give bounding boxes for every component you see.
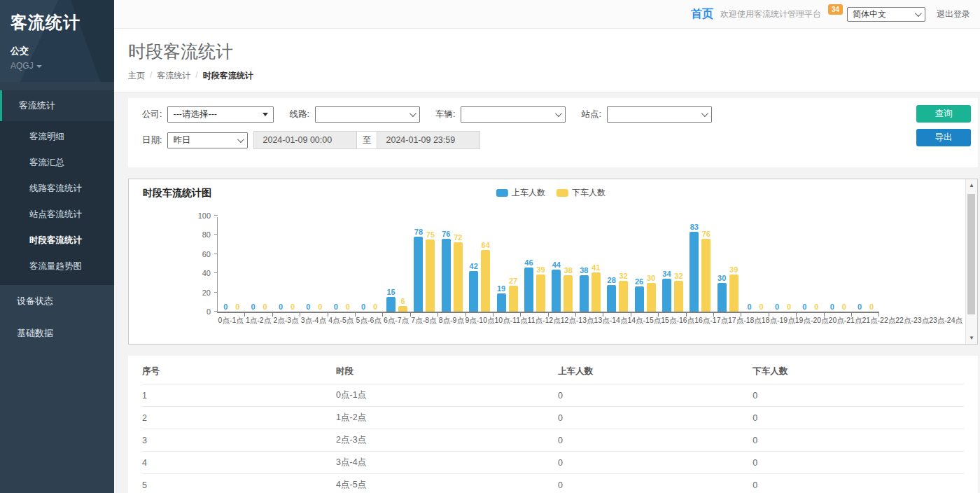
table-row: 54点-5点00 xyxy=(142,474,964,493)
y-axis-tick-label: 20 xyxy=(202,289,211,297)
page-title: 时段客流统计 xyxy=(128,40,980,63)
x-axis-category-label: 11点-12点 xyxy=(528,316,561,326)
bar-group: 00 xyxy=(245,216,272,312)
bar-value-label: 0 xyxy=(223,303,227,311)
x-axis-category-label: 18点-19点 xyxy=(762,316,795,326)
account-dropdown[interactable]: AQGJ xyxy=(10,61,104,71)
org-name: 公交 xyxy=(10,45,104,57)
bar: 78 xyxy=(414,237,423,312)
account-name: AQGJ xyxy=(10,61,34,71)
breadcrumb-passenger-stats[interactable]: 客流统计 xyxy=(157,70,190,82)
bar-group: 1927 xyxy=(493,216,521,312)
export-button[interactable]: 导出 xyxy=(916,129,971,146)
chart-x-axis-labels: 0点-1点1点-2点2点-3点3点-4点4点-5点5点-6点6点-7点7点-8点… xyxy=(217,316,879,326)
legend-label-alighting: 下车人数 xyxy=(572,187,606,199)
date-range-select[interactable]: 昨日 xyxy=(167,132,248,148)
table-cell: 5 xyxy=(142,474,336,493)
table-cell: 0 xyxy=(558,407,752,429)
x-axis-category-label: 13点-14点 xyxy=(594,316,628,326)
table-cell: 4点-5点 xyxy=(336,474,558,493)
bar-group: 4639 xyxy=(521,216,548,312)
sidebar-item-device-status[interactable]: 设备状态 xyxy=(0,285,114,317)
x-axis-category-label: 6点-7点 xyxy=(382,316,410,326)
sidebar: 客流统计 公交 AQGJ 客流统计 客流明细客流汇总线路客流统计站点客流统计时段… xyxy=(0,0,114,493)
bar: 38 xyxy=(564,275,573,312)
station-select[interactable] xyxy=(607,106,712,123)
x-axis-category-label: 22点-23点 xyxy=(895,316,929,326)
logout-link[interactable]: 退出登录 xyxy=(937,8,970,20)
breadcrumb-home[interactable]: 主页 xyxy=(128,70,145,82)
legend-alighting[interactable]: 下车人数 xyxy=(556,187,606,199)
query-button[interactable]: 查询 xyxy=(916,105,971,123)
x-axis-category-label: 19点-20点 xyxy=(795,316,829,326)
bar: 46 xyxy=(524,268,533,312)
bar-group: 00 xyxy=(356,216,383,312)
bar: 72 xyxy=(454,242,463,312)
breadcrumb-separator: / xyxy=(150,70,152,82)
line-select[interactable] xyxy=(315,106,420,123)
table-cell: 2点-3点 xyxy=(336,429,558,452)
welcome-text: 欢迎使用客流统计管理平台 xyxy=(720,8,821,20)
date-start-input[interactable]: 2024-01-09 00:00 xyxy=(253,131,357,149)
company-select[interactable]: ---请选择--- xyxy=(167,106,274,123)
x-axis-category-label: 12点-13点 xyxy=(561,316,594,326)
bar-value-label: 0 xyxy=(318,303,322,311)
action-buttons: 查询 导出 xyxy=(916,105,971,146)
legend-swatch-boarding xyxy=(496,189,508,197)
bar-value-label: 0 xyxy=(251,303,255,311)
vehicle-label: 车辆: xyxy=(435,109,455,120)
bar-value-label: 75 xyxy=(426,230,435,239)
bar-group: 3039 xyxy=(714,216,741,312)
data-table-panel: 序号 时段 上车人数 下车人数 10点-1点0021点-2点0032点-3点00… xyxy=(128,356,978,493)
sidebar-subitem[interactable]: 客流汇总 xyxy=(0,150,114,176)
bar-value-label: 39 xyxy=(536,265,545,274)
date-end-input[interactable]: 2024-01-09 23:59 xyxy=(377,131,480,149)
sidebar-subitem[interactable]: 站点客流统计 xyxy=(0,202,114,228)
table-cell: 4 xyxy=(142,452,336,474)
bar-value-label: 38 xyxy=(580,266,588,275)
bar: 44 xyxy=(552,270,561,312)
bar: 27 xyxy=(509,286,518,312)
chevron-down-icon xyxy=(701,110,708,117)
sidebar-submenu: 客流明细客流汇总线路客流统计站点客流统计时段客流统计客流量趋势图 xyxy=(0,121,114,285)
home-link[interactable]: 首页 xyxy=(691,7,713,22)
hourly-stats-table: 序号 时段 上车人数 下车人数 10点-1点0021点-2点0032点-3点00… xyxy=(142,359,964,493)
sidebar-subitem[interactable]: 客流量趋势图 xyxy=(0,254,114,279)
filter-row-1: 公司: ---请选择--- 线路: 车辆: 站点: xyxy=(142,106,901,123)
breadcrumb-separator: / xyxy=(195,70,197,82)
table-cell: 0 xyxy=(752,384,964,407)
table-cell: 0 xyxy=(752,429,964,452)
bar-value-label: 0 xyxy=(279,303,283,311)
scrollbar-up-arrow[interactable]: ▲ xyxy=(966,179,977,191)
bar-group: 2832 xyxy=(603,216,631,312)
bar-value-label: 76 xyxy=(702,230,710,238)
bar-value-label: 30 xyxy=(647,274,655,282)
vehicle-select[interactable] xyxy=(461,106,566,123)
table-cell: 3 xyxy=(142,429,336,452)
bar-value-label: 39 xyxy=(729,265,738,274)
language-select[interactable]: 简体中文 xyxy=(847,7,925,22)
x-axis-category-label: 10点-11点 xyxy=(495,316,528,326)
sidebar-subitem[interactable]: 线路客流统计 xyxy=(0,176,114,202)
bar-value-label: 38 xyxy=(564,266,573,275)
bar-value-label: 19 xyxy=(497,284,505,293)
notification-badge[interactable]: 34 xyxy=(828,4,843,15)
chart-panel: 时段车流统计图 上车人数 下车人数 0204060801000000000000… xyxy=(128,179,978,345)
sidebar-nav: 客流统计 客流明细客流汇总线路客流统计站点客流统计时段客流统计客流量趋势图 设备… xyxy=(0,90,114,349)
bar-value-label: 0 xyxy=(830,303,834,311)
bar: 39 xyxy=(536,275,545,312)
bar: 34 xyxy=(662,279,671,312)
sidebar-subitem[interactable]: 时段客流统计 xyxy=(0,228,114,254)
bar-value-label: 26 xyxy=(635,277,643,286)
table-cell: 2 xyxy=(142,407,336,429)
scrollbar-down-arrow[interactable]: ▼ xyxy=(966,332,977,344)
sidebar-section-passenger-stats[interactable]: 客流统计 xyxy=(0,90,114,121)
legend-boarding[interactable]: 上车人数 xyxy=(496,187,545,199)
table-cell: 3点-4点 xyxy=(336,452,558,474)
sidebar-item-base-data[interactable]: 基础数据 xyxy=(0,317,114,349)
scrollbar-thumb[interactable] xyxy=(967,194,975,314)
sidebar-subitem[interactable]: 客流明细 xyxy=(0,124,114,150)
bar-value-label: 32 xyxy=(620,272,628,280)
chart-plot-area: 0204060801000000000000001567875767242641… xyxy=(217,217,879,313)
x-axis-category-label: 0点-1点 xyxy=(217,316,244,326)
